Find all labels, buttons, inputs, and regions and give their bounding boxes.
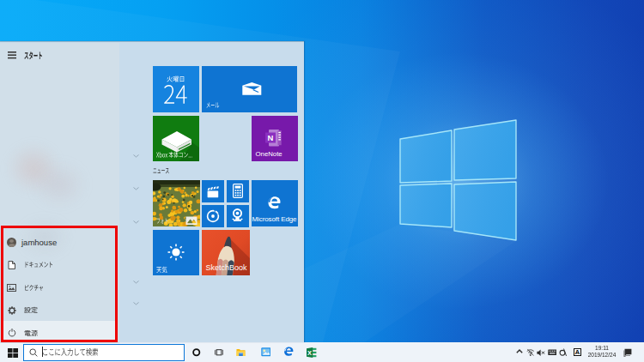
svg-text:X: X [307,349,312,357]
svg-text:N: N [267,133,273,142]
